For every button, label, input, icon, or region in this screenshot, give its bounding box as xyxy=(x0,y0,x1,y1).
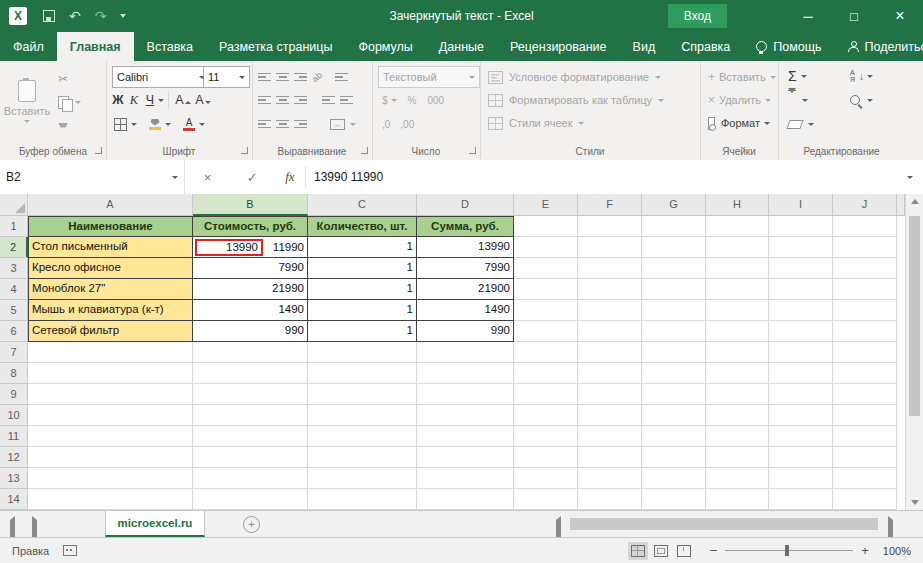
cell-J14[interactable] xyxy=(833,489,897,510)
underline-dropdown-icon[interactable] xyxy=(158,99,164,102)
increase-indent-icon[interactable] xyxy=(340,94,353,106)
save-icon[interactable] xyxy=(43,10,55,22)
cell-B1[interactable]: Стоимость, руб. xyxy=(193,216,308,237)
name-box[interactable]: B2 xyxy=(0,160,185,194)
tab-file[interactable]: Файл xyxy=(0,32,57,61)
cell-D8[interactable] xyxy=(417,363,514,384)
row-header-4[interactable]: 4 xyxy=(0,279,28,300)
redo-icon[interactable]: ↷ xyxy=(95,8,107,24)
cell-F1[interactable] xyxy=(578,216,642,237)
currency-format-icon[interactable]: $ xyxy=(382,95,388,106)
sort-filter-button[interactable]: А Я ↓ xyxy=(850,66,873,86)
decrease-decimal-icon[interactable]: ,00 xyxy=(400,119,414,130)
undo-icon[interactable]: ↶ xyxy=(69,8,81,24)
cell-D9[interactable] xyxy=(417,384,514,405)
row-header-2[interactable]: 2 xyxy=(0,237,28,258)
cell-H4[interactable] xyxy=(706,279,769,300)
insert-cells-button[interactable]: + Вставить xyxy=(708,67,770,87)
cell-H9[interactable] xyxy=(706,384,769,405)
cell-J13[interactable] xyxy=(833,468,897,489)
cell-C14[interactable] xyxy=(308,489,417,510)
cell-E10[interactable] xyxy=(514,405,578,426)
cell-I3[interactable] xyxy=(769,258,833,279)
cell-J3[interactable] xyxy=(833,258,897,279)
cell-E7[interactable] xyxy=(514,342,578,363)
hscroll-right-icon[interactable] xyxy=(888,520,893,538)
insert-function-icon[interactable]: fx xyxy=(285,169,294,185)
cell-H7[interactable] xyxy=(706,342,769,363)
cell-C5[interactable]: 1 xyxy=(308,300,417,321)
cell-D2[interactable]: 13990 xyxy=(417,237,514,258)
tab-review[interactable]: Рецензирование xyxy=(497,32,620,61)
cell-F14[interactable] xyxy=(578,489,642,510)
font-dialog-launcher-icon[interactable] xyxy=(241,147,248,154)
cell-D12[interactable] xyxy=(417,447,514,468)
cell-H6[interactable] xyxy=(706,321,769,342)
scroll-down-icon[interactable] xyxy=(911,500,919,505)
cell-H10[interactable] xyxy=(706,405,769,426)
cell-C11[interactable] xyxy=(308,426,417,447)
font-name-combo[interactable]: Calibri xyxy=(112,66,210,88)
tab-data[interactable]: Данные xyxy=(426,32,497,61)
cell-I6[interactable] xyxy=(769,321,833,342)
cell-E14[interactable] xyxy=(514,489,578,510)
paste-button[interactable]: Вставить xyxy=(4,66,50,136)
cell-A3[interactable]: Кресло офисное xyxy=(28,258,193,279)
scroll-up-icon[interactable] xyxy=(911,199,919,204)
cell-F10[interactable] xyxy=(578,405,642,426)
cell-C4[interactable]: 1 xyxy=(308,279,417,300)
cell-I5[interactable] xyxy=(769,300,833,321)
fill-button[interactable] xyxy=(788,90,808,110)
page-layout-view-button[interactable] xyxy=(651,542,671,560)
cell-I14[interactable] xyxy=(769,489,833,510)
autosum-icon[interactable]: Σ xyxy=(788,68,797,84)
cell-A2[interactable]: Стол письменный xyxy=(28,237,193,258)
column-header-H[interactable]: H xyxy=(706,194,769,216)
row-header-9[interactable]: 9 xyxy=(0,384,28,405)
cell-G9[interactable] xyxy=(642,384,706,405)
format-as-table-button[interactable]: Форматировать как таблицу xyxy=(488,90,692,110)
cell-C1[interactable]: Количество, шт. xyxy=(308,216,417,237)
cell-B12[interactable] xyxy=(193,447,308,468)
cell-C13[interactable] xyxy=(308,468,417,489)
expand-formula-bar-icon[interactable] xyxy=(897,176,923,179)
cell-E11[interactable] xyxy=(514,426,578,447)
cell-E4[interactable] xyxy=(514,279,578,300)
align-middle-icon[interactable] xyxy=(276,71,289,83)
vertical-scrollbar[interactable] xyxy=(905,194,923,510)
bold-button[interactable]: Ж xyxy=(110,93,126,107)
cell-C8[interactable] xyxy=(308,363,417,384)
cell-G5[interactable] xyxy=(642,300,706,321)
cell-H1[interactable] xyxy=(706,216,769,237)
maximize-button[interactable]: □ xyxy=(831,0,877,32)
cell-G11[interactable] xyxy=(642,426,706,447)
copy-icon[interactable] xyxy=(58,96,69,109)
cell-J11[interactable] xyxy=(833,426,897,447)
column-header-I[interactable]: I xyxy=(769,194,833,216)
cell-B11[interactable] xyxy=(193,426,308,447)
cell-J4[interactable] xyxy=(833,279,897,300)
align-center-icon[interactable] xyxy=(276,94,289,106)
cell-G2[interactable] xyxy=(642,237,706,258)
cell-G12[interactable] xyxy=(642,447,706,468)
cell-A14[interactable] xyxy=(28,489,193,510)
cell-H2[interactable] xyxy=(706,237,769,258)
cell-J9[interactable] xyxy=(833,384,897,405)
increase-decimal-icon[interactable]: ,0 xyxy=(382,119,390,130)
close-button[interactable]: × xyxy=(877,0,923,32)
zoom-in-icon[interactable]: + xyxy=(861,543,869,558)
cell-G14[interactable] xyxy=(642,489,706,510)
hscroll-left-icon[interactable] xyxy=(556,520,561,538)
column-header-D[interactable]: D xyxy=(417,194,514,216)
cell-D3[interactable]: 7990 xyxy=(417,258,514,279)
cell-I10[interactable] xyxy=(769,405,833,426)
column-header-A[interactable]: A xyxy=(28,194,193,216)
cell-H14[interactable] xyxy=(706,489,769,510)
cell-C2[interactable]: 1 xyxy=(308,237,417,258)
tab-home[interactable]: Главная xyxy=(57,32,134,61)
cell-I11[interactable] xyxy=(769,426,833,447)
row-header-5[interactable]: 5 xyxy=(0,300,28,321)
align-bottom-icon[interactable] xyxy=(294,71,307,83)
cell-J7[interactable] xyxy=(833,342,897,363)
zoom-level[interactable]: 100% xyxy=(883,545,911,557)
